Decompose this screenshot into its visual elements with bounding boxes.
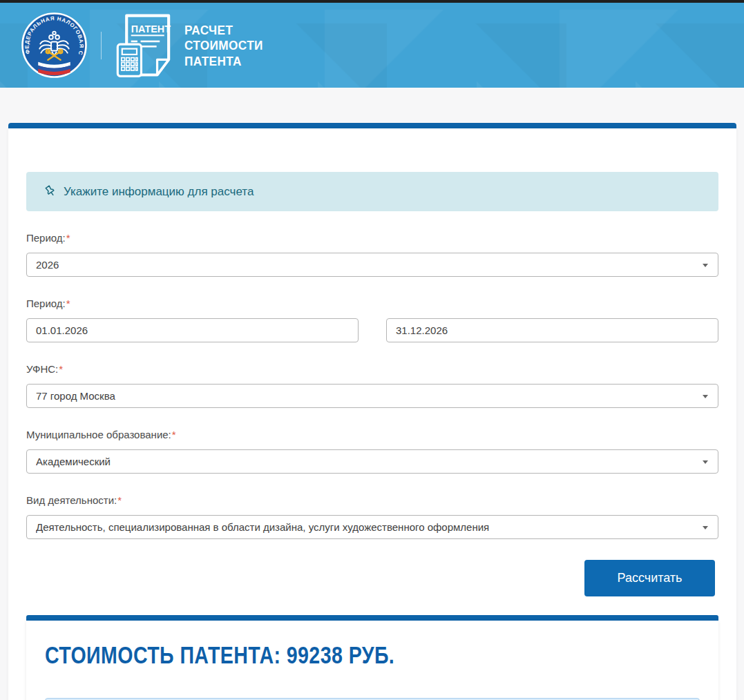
period-year-label: Период:* [26, 232, 718, 244]
required-mark: * [117, 494, 122, 506]
label-text: Период: [26, 232, 66, 244]
header-divider [101, 32, 102, 59]
label-text: Муниципальное образование: [26, 429, 171, 440]
page-title: РАСЧЕТ СТОИМОСТИ ПАТЕНТА [184, 22, 263, 69]
banner-text: Укажите информацию для расчета [64, 184, 254, 199]
period-range-row [26, 318, 718, 342]
ufns-select[interactable]: 77 город Москва [26, 384, 718, 408]
required-mark: * [66, 232, 70, 244]
field-group-ufns: УФНС:* 77 город Москва [26, 363, 718, 408]
label-text: Вид деятельности: [26, 494, 117, 506]
field-group-period-range: Период:* [26, 298, 718, 342]
chevron-down-icon [703, 264, 708, 267]
patent-calculator-page: ФЕДЕРАЛЬНАЯ НАЛОГОВАЯ СЛУЖБА [0, 0, 744, 700]
card-body: Укажите информацию для расчета Период:* … [8, 128, 736, 700]
patent-brand[interactable]: ПАТЕНТ [116, 12, 174, 79]
patent-document-icon: ПАТЕНТ [116, 12, 174, 79]
label-text: Период: [26, 298, 66, 309]
activity-label: Вид деятельности:* [26, 494, 718, 507]
municipality-label: Муниципальное образование:* [26, 429, 718, 441]
title-line: ПАТЕНТА [184, 53, 263, 69]
fns-emblem-icon: ФЕДЕРАЛЬНАЯ НАЛОГОВАЯ СЛУЖБА [21, 12, 88, 79]
card-accent-bar [8, 123, 736, 128]
result-accent-bar [26, 615, 718, 621]
title-line: СТОИМОСТИ [184, 37, 263, 53]
submit-row: Рассчитать [26, 560, 718, 596]
period-range-label: Период:* [26, 298, 718, 310]
patent-cost-heading: СТОИМОСТЬ ПАТЕНТА: 99238 РУБ. [45, 643, 595, 669]
required-mark: * [66, 298, 70, 309]
calculate-button[interactable]: Рассчитать [584, 560, 715, 596]
chevron-down-icon [703, 395, 708, 398]
period-year-select[interactable]: 2026 [26, 253, 718, 277]
pushpin-icon [43, 184, 57, 199]
page-header: ФЕДЕРАЛЬНАЯ НАЛОГОВАЯ СЛУЖБА [0, 3, 744, 88]
municipality-select[interactable]: Академический [26, 449, 718, 474]
chevron-down-icon [703, 526, 708, 529]
label-text: УФНС: [26, 363, 58, 375]
field-group-municipality: Муниципальное образование:* Академически… [26, 429, 718, 474]
result-section: СТОИМОСТЬ ПАТЕНТА: 99238 РУБ. [26, 615, 718, 700]
select-value: 2026 [36, 259, 59, 271]
required-mark: * [172, 429, 176, 440]
calculator-icon [117, 44, 141, 76]
select-value: Академический [36, 456, 111, 467]
title-line: РАСЧЕТ [184, 22, 263, 38]
field-group-activity: Вид деятельности:* Деятельность, специал… [26, 494, 718, 539]
chevron-down-icon [703, 460, 708, 464]
patent-icon-label: ПАТЕНТ [131, 23, 171, 34]
required-mark: * [59, 363, 63, 375]
ufns-label: УФНС:* [26, 363, 718, 376]
fns-logo[interactable]: ФЕДЕРАЛЬНАЯ НАЛОГОВАЯ СЛУЖБА [21, 12, 88, 79]
info-banner: Укажите информацию для расчета [26, 172, 718, 211]
select-value: 77 город Москва [36, 390, 115, 402]
period-start-input[interactable] [26, 318, 359, 342]
period-end-input[interactable] [386, 318, 718, 342]
activity-select[interactable]: Деятельность, специализированная в облас… [26, 515, 718, 539]
result-card: СТОИМОСТЬ ПАТЕНТА: 99238 РУБ. [26, 621, 718, 700]
main-card: Укажите информацию для расчета Период:* … [8, 123, 736, 700]
field-group-period-year: Период:* 2026 [26, 232, 718, 277]
select-value: Деятельность, специализированная в облас… [36, 521, 489, 533]
